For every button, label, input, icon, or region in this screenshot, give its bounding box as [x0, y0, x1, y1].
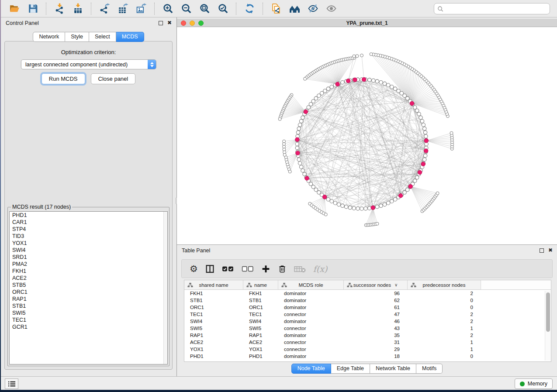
mcds-result-item[interactable]: STP4	[10, 226, 167, 233]
table-cell: 0	[408, 297, 481, 304]
mcds-network-node	[398, 194, 402, 198]
float-table-panel-icon[interactable]	[540, 248, 544, 253]
mcds-result-item[interactable]: ORC1	[10, 289, 167, 296]
close-panel-icon[interactable]: ✖	[167, 20, 172, 26]
mcds-result-item[interactable]: TEC1	[10, 316, 167, 323]
zoom-out-icon[interactable]	[179, 2, 194, 16]
memory-button[interactable]: Memory	[515, 378, 553, 389]
network-overview-icon[interactable]	[287, 2, 302, 16]
column-header-MCDS-role[interactable]: MCDS role	[278, 280, 344, 289]
tab-style[interactable]: Style	[65, 32, 89, 42]
mcds-result-item[interactable]: STB1	[10, 303, 167, 309]
mcds-result-item[interactable]: TID3	[10, 233, 167, 240]
column-header-name[interactable]: name	[243, 280, 278, 289]
clone-network-icon[interactable]	[269, 2, 284, 16]
table-row[interactable]: SWI4SWI4dominator462	[184, 318, 551, 325]
add-row-icon[interactable]	[261, 264, 270, 274]
open-session-icon[interactable]	[7, 2, 22, 16]
table-row[interactable]: ACE2ACE2connector311	[184, 339, 551, 346]
search-icon	[437, 6, 444, 12]
network-canvas[interactable]	[177, 27, 557, 244]
list-scrollbar[interactable]	[163, 212, 167, 364]
table-cell: SWI4	[184, 318, 243, 325]
mcds-result-item[interactable]: YOX1	[10, 240, 167, 247]
search-input[interactable]	[444, 4, 550, 13]
network-window-titlebar[interactable]: YPA_prune.txt_1	[177, 19, 557, 27]
scrollbar-thumb[interactable]	[546, 292, 550, 332]
table-row[interactable]: STB1STB1dominator620	[184, 297, 551, 304]
function-builder-icon[interactable]: f(x)	[313, 264, 328, 274]
export-network-icon[interactable]	[97, 2, 112, 16]
memory-status-icon	[520, 382, 525, 386]
float-panel-icon[interactable]	[159, 21, 163, 25]
table-cell: STB1	[184, 297, 243, 304]
table-cell: dominator	[278, 318, 344, 325]
tab-network[interactable]: Network	[33, 32, 65, 42]
unselect-all-icon[interactable]	[242, 264, 254, 274]
mcds-result-item[interactable]: ACE2	[10, 275, 167, 282]
tab-motifs[interactable]: Motifs	[416, 364, 443, 374]
export-image-icon[interactable]	[134, 2, 149, 16]
run-mcds-button[interactable]: Run MCDS	[42, 73, 85, 84]
optimization-select[interactable]: largest connected component (undirected)	[21, 59, 156, 69]
zoom-in-icon[interactable]	[160, 2, 175, 16]
mcds-result-item[interactable]: GCR1	[10, 323, 167, 330]
task-history-button[interactable]	[5, 378, 18, 389]
optimization-label: Optimization criterion:	[5, 49, 172, 55]
show-all-icon[interactable]	[324, 2, 339, 16]
export-table-icon[interactable]	[115, 2, 130, 16]
settings-icon[interactable]: ⚙	[190, 264, 198, 274]
mcds-result-item[interactable]: PHD1	[10, 212, 167, 219]
import-table-icon[interactable]	[70, 2, 85, 16]
table-toolbar: ⚙f(x)	[181, 259, 553, 278]
table-cell: 47	[344, 311, 408, 318]
table-row[interactable]: YOX1YOX1connector291	[184, 346, 551, 353]
refresh-network-icon[interactable]	[242, 2, 257, 16]
mcds-result-item[interactable]: RAP1	[10, 296, 167, 303]
search-box[interactable]	[434, 3, 550, 14]
table-row[interactable]: TEC1TEC1connector472	[184, 311, 551, 318]
delete-row-icon[interactable]	[278, 264, 287, 274]
column-header-successor-nodes[interactable]: successor nodes∨	[344, 280, 408, 289]
hide-selected-icon[interactable]	[305, 2, 320, 16]
tab-mcds[interactable]: MCDS	[116, 32, 144, 42]
close-panel-button[interactable]: Close panel	[91, 73, 136, 84]
mcds-result-item[interactable]: SWI5	[10, 309, 167, 316]
tab-node-table[interactable]: Node Table	[291, 364, 331, 374]
zoom-fit-icon[interactable]	[197, 2, 212, 16]
mcds-result-item[interactable]: FKH1	[10, 268, 167, 275]
table-cell: 18	[344, 353, 408, 360]
tab-edge-table[interactable]: Edge Table	[331, 364, 370, 374]
toolbar-separator	[236, 3, 236, 15]
table-row[interactable]: RAP1RAP1dominator352	[184, 332, 551, 339]
column-header-predecessor-nodes[interactable]: predecessor nodes	[408, 280, 481, 289]
mcds-result-item[interactable]: SWI4	[10, 247, 167, 254]
column-header-shared-name[interactable]: shared name	[184, 280, 243, 289]
close-table-panel-icon[interactable]: ✖	[548, 247, 553, 253]
mcds-network-node	[424, 139, 428, 143]
table-row[interactable]: SWI5SWI5connector431	[184, 325, 551, 332]
network-graph[interactable]	[177, 27, 557, 244]
mcds-result-item[interactable]: SRD1	[10, 254, 167, 261]
delete-table-icon[interactable]	[294, 264, 306, 274]
table-cell: 96	[344, 290, 408, 297]
mcds-result-list[interactable]: PHD1CAR1STP4TID3YOX1SWI4SRD1PMA2FKH1ACE2…	[9, 211, 168, 364]
table-cell: FKH1	[184, 290, 243, 297]
save-session-icon[interactable]	[25, 2, 40, 16]
tab-network-table[interactable]: Network Table	[370, 364, 416, 374]
tab-select[interactable]: Select	[89, 32, 116, 42]
import-network-icon[interactable]	[52, 2, 67, 16]
select-all-icon[interactable]	[222, 264, 234, 274]
table-scrollbar[interactable]	[545, 291, 550, 361]
table-cell: RAP1	[184, 332, 243, 339]
table-cell: connector	[278, 346, 344, 353]
mcds-result-item[interactable]: CAR1	[10, 219, 167, 226]
show-columns-icon[interactable]	[205, 264, 214, 274]
mcds-result-item[interactable]: STB5	[10, 282, 167, 289]
table-row[interactable]: ORC1ORC1dominator610	[184, 304, 551, 311]
control-panel: Control Panel ✖ NetworkStyleSelectMCDS O…	[1, 17, 176, 376]
mcds-result-item[interactable]: PMA2	[10, 261, 167, 268]
table-row[interactable]: PHD1PHD1dominator180	[184, 353, 551, 360]
table-row[interactable]: FKH1FKH1dominator962	[184, 290, 551, 297]
zoom-selected-icon[interactable]	[215, 2, 230, 16]
